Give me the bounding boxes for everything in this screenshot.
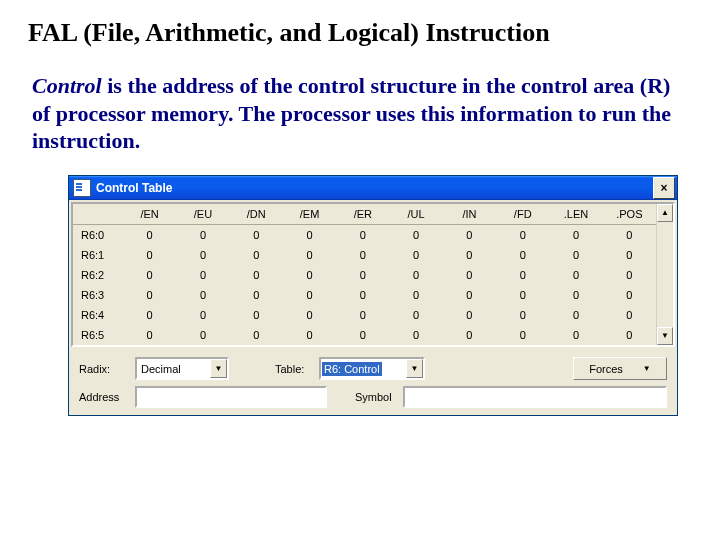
cell[interactable]: 0 <box>176 245 229 265</box>
cell[interactable]: 0 <box>123 224 176 245</box>
chevron-down-icon[interactable]: ▼ <box>406 359 423 378</box>
titlebar[interactable]: Control Table × <box>69 176 677 200</box>
cell[interactable]: 0 <box>176 265 229 285</box>
cell[interactable]: 0 <box>176 224 229 245</box>
cell[interactable]: 0 <box>549 305 602 325</box>
row-header: R6:1 <box>73 245 123 265</box>
table-row[interactable]: R6:00000000000 <box>73 224 656 245</box>
vertical-scrollbar[interactable]: ▲ ▼ <box>656 204 673 345</box>
cell[interactable]: 0 <box>549 285 602 305</box>
cell[interactable]: 0 <box>176 305 229 325</box>
col-pos: .POS <box>603 204 656 225</box>
forces-label: Forces <box>589 363 623 375</box>
cell[interactable]: 0 <box>603 224 656 245</box>
table-row[interactable]: R6:20000000000 <box>73 265 656 285</box>
cell[interactable]: 0 <box>336 245 389 265</box>
cell[interactable]: 0 <box>549 245 602 265</box>
cell[interactable]: 0 <box>603 285 656 305</box>
address-input[interactable] <box>135 386 327 408</box>
cell[interactable]: 0 <box>230 285 283 305</box>
table-label: Table: <box>275 363 319 375</box>
slide-body: Control is the address of the control st… <box>32 72 692 155</box>
col-eu: /EU <box>176 204 229 225</box>
cell[interactable]: 0 <box>336 305 389 325</box>
cell[interactable]: 0 <box>389 325 442 345</box>
cell[interactable]: 0 <box>336 325 389 345</box>
table-row[interactable]: R6:10000000000 <box>73 245 656 265</box>
cell[interactable]: 0 <box>283 245 336 265</box>
cell[interactable]: 0 <box>123 265 176 285</box>
row-header: R6:2 <box>73 265 123 285</box>
cell[interactable]: 0 <box>603 265 656 285</box>
cell[interactable]: 0 <box>283 265 336 285</box>
cell[interactable]: 0 <box>443 305 496 325</box>
cell[interactable]: 0 <box>496 305 549 325</box>
cell[interactable]: 0 <box>443 285 496 305</box>
scroll-up-button[interactable]: ▲ <box>657 204 673 222</box>
table-row[interactable]: R6:40000000000 <box>73 305 656 325</box>
cell[interactable]: 0 <box>230 265 283 285</box>
cell[interactable]: 0 <box>603 245 656 265</box>
cell[interactable]: 0 <box>443 265 496 285</box>
row-header: R6:3 <box>73 285 123 305</box>
symbol-input[interactable] <box>403 386 667 408</box>
cell[interactable]: 0 <box>389 285 442 305</box>
cell[interactable]: 0 <box>123 285 176 305</box>
scroll-track[interactable] <box>657 222 673 327</box>
chevron-down-icon[interactable]: ▼ <box>210 359 227 378</box>
col-en: /EN <box>123 204 176 225</box>
cell[interactable]: 0 <box>443 325 496 345</box>
cell[interactable]: 0 <box>123 325 176 345</box>
app-icon <box>73 179 91 197</box>
cell[interactable]: 0 <box>549 224 602 245</box>
cell[interactable]: 0 <box>123 305 176 325</box>
cell[interactable]: 0 <box>230 305 283 325</box>
cell[interactable]: 0 <box>230 245 283 265</box>
cell[interactable]: 0 <box>230 325 283 345</box>
cell[interactable]: 0 <box>123 245 176 265</box>
cell[interactable]: 0 <box>176 325 229 345</box>
cell[interactable]: 0 <box>549 265 602 285</box>
cell[interactable]: 0 <box>336 285 389 305</box>
radix-value: Decimal <box>137 363 210 375</box>
cell[interactable]: 0 <box>389 305 442 325</box>
col-in: /IN <box>443 204 496 225</box>
cell[interactable]: 0 <box>336 265 389 285</box>
radix-label: Radix: <box>79 363 135 375</box>
symbol-label: Symbol <box>355 391 403 403</box>
table-combo[interactable]: R6: Control ▼ <box>319 357 425 380</box>
cell[interactable]: 0 <box>283 325 336 345</box>
cell[interactable]: 0 <box>496 265 549 285</box>
cell[interactable]: 0 <box>443 245 496 265</box>
cell[interactable]: 0 <box>603 325 656 345</box>
forces-button[interactable]: Forces ▼ <box>573 357 667 380</box>
cell[interactable]: 0 <box>496 325 549 345</box>
table-row[interactable]: R6:50000000000 <box>73 325 656 345</box>
table-value: R6: Control <box>322 362 382 376</box>
radix-combo[interactable]: Decimal ▼ <box>135 357 229 380</box>
cell[interactable]: 0 <box>603 305 656 325</box>
cell[interactable]: 0 <box>549 325 602 345</box>
table-header-row: /EN /EU /DN /EM /ER /UL /IN /FD .LEN .PO… <box>73 204 656 225</box>
row-header: R6:4 <box>73 305 123 325</box>
cell[interactable]: 0 <box>389 224 442 245</box>
cell[interactable]: 0 <box>230 224 283 245</box>
cell[interactable]: 0 <box>389 265 442 285</box>
close-button[interactable]: × <box>653 177 675 199</box>
cell[interactable]: 0 <box>443 224 496 245</box>
scroll-down-button[interactable]: ▼ <box>657 327 673 345</box>
cell[interactable]: 0 <box>496 224 549 245</box>
cell[interactable]: 0 <box>496 245 549 265</box>
cell[interactable]: 0 <box>283 224 336 245</box>
col-len: .LEN <box>549 204 602 225</box>
controls-panel: Radix: Decimal ▼ Table: R6: Control ▼ Fo… <box>69 349 677 415</box>
cell[interactable]: 0 <box>176 285 229 305</box>
cell[interactable]: 0 <box>283 285 336 305</box>
table-row[interactable]: R6:30000000000 <box>73 285 656 305</box>
cell[interactable]: 0 <box>336 224 389 245</box>
cell[interactable]: 0 <box>389 245 442 265</box>
address-label: Address <box>79 391 135 403</box>
cell[interactable]: 0 <box>283 305 336 325</box>
cell[interactable]: 0 <box>496 285 549 305</box>
control-table-window: Control Table × /EN /EU /DN /EM /ER /UL … <box>68 175 678 416</box>
